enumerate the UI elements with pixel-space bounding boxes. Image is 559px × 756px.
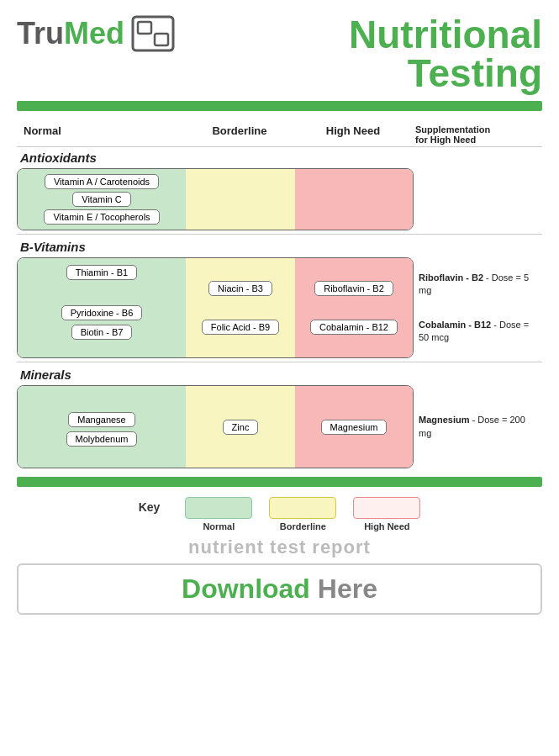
bvitamins-normal-cell: Thiamin - B1 Pyridoxine - B6 Biotin - B7 — [18, 258, 186, 357]
antioxidants-supplement-col — [414, 168, 542, 230]
footer-section: nutrient test report Download Here — [17, 537, 542, 615]
bottom-green-bar — [17, 477, 542, 487]
key-label-normal: Normal — [203, 521, 235, 531]
minerals-row: Manganese Molybdenum Zinc Magnesium Magn… — [17, 385, 542, 468]
nutrient-folicacid: Folic Acid - B9 — [202, 320, 279, 335]
bvitamins-borderline-cell: Niacin - B3 Folic Acid - B9 — [186, 258, 295, 357]
key-label-borderline: Borderline — [280, 521, 326, 531]
col-header-supplement: Supplementationfor High Need — [412, 124, 542, 145]
antioxidants-highneed-cell — [295, 169, 413, 230]
section-antioxidants: Antioxidants Vitamin A / Carotenoids Vit… — [17, 147, 542, 230]
bvitamins-box: Thiamin - B1 Pyridoxine - B6 Biotin - B7… — [17, 257, 414, 358]
download-box[interactable]: Download Here — [17, 563, 542, 615]
minerals-supplement-col: Magnesium - Dose = 200 mg — [414, 385, 542, 468]
bvitamins-label: B-Vitamins — [17, 236, 542, 256]
minerals-normal-cell: Manganese Molybdenum — [18, 386, 186, 468]
col-header-borderline: Borderline — [185, 124, 294, 145]
key-item-borderline: Borderline — [269, 497, 336, 531]
title-text: Nutritional Testing — [349, 15, 542, 93]
nutrient-biotin: Biotin - B7 — [71, 325, 133, 340]
nutrient-molybdenum: Molybdenum — [66, 431, 138, 447]
antioxidants-row: Vitamin A / Carotenoids Vitamin C Vitami… — [17, 168, 542, 230]
nutrient-vita-e: Vitamin E / Tocopherols — [44, 209, 159, 225]
key-item-highneed: High Need — [353, 497, 420, 531]
key-item-normal: Normal — [185, 497, 252, 531]
column-headers: Normal Borderline High Need Supplementat… — [17, 119, 542, 147]
minerals-box: Manganese Molybdenum Zinc Magnesium — [17, 385, 414, 468]
chart-container: Normal Borderline High Need Supplementat… — [17, 119, 542, 468]
nutrient-manganese: Manganese — [68, 412, 135, 427]
minerals-highneed-cell: Magnesium — [295, 386, 413, 468]
key-label-highneed: High Need — [364, 521, 409, 531]
divider-2 — [17, 362, 542, 362]
nutrient-cobalamin: Cobalamin - B12 — [310, 320, 398, 335]
nutrient-niacin: Niacin - B3 — [208, 281, 272, 296]
download-bold[interactable]: Download — [182, 574, 310, 604]
key-box-borderline — [269, 497, 336, 519]
bvitamins-supplement-col: Riboflavin - B2 - Dose = 5 mg Cobalamin … — [414, 257, 542, 358]
header: TruMed Nutritional Testing — [0, 0, 559, 101]
svg-rect-2 — [155, 34, 168, 45]
logo-area: TruMed — [17, 15, 175, 52]
logo-icon — [131, 15, 175, 52]
key-section: Key Normal Borderline High Need — [17, 497, 542, 531]
nutrient-magnesium: Magnesium — [321, 420, 388, 435]
supp-riboflavin: Riboflavin - B2 - Dose = 5 mg — [419, 272, 537, 298]
bvitamins-row: Thiamin - B1 Pyridoxine - B6 Biotin - B7… — [17, 257, 542, 358]
section-minerals: Minerals Manganese Molybdenum Zinc Magne… — [17, 364, 542, 468]
divider-1 — [17, 234, 542, 235]
minerals-label: Minerals — [17, 364, 542, 383]
col-header-normal: Normal — [17, 124, 185, 145]
top-green-bar — [17, 101, 542, 111]
download-rest[interactable]: Here — [310, 574, 377, 604]
subtitle-text: nutrient test report — [17, 537, 542, 558]
antioxidants-borderline-cell — [186, 169, 295, 230]
key-word: Key — [139, 500, 161, 514]
antioxidants-normal-cell: Vitamin A / Carotenoids Vitamin C Vitami… — [18, 169, 186, 230]
supp-cobalamin: Cobalamin - B12 - Dose = 50 mcg — [419, 319, 537, 345]
logo-tru: Tru — [17, 16, 64, 50]
antioxidants-box: Vitamin A / Carotenoids Vitamin C Vitami… — [17, 168, 414, 230]
logo-text: TruMed — [17, 19, 124, 49]
nutrient-zinc: Zinc — [223, 420, 259, 435]
supp-magnesium: Magnesium - Dose = 200 mg — [419, 414, 537, 440]
section-bvitamins: B-Vitamins Thiamin - B1 Pyridoxine - B6 … — [17, 236, 542, 358]
svg-rect-1 — [138, 22, 151, 34]
minerals-borderline-cell: Zinc — [186, 386, 295, 468]
bvitamins-highneed-cell: Riboflavin - B2 Cobalamin - B12 — [295, 258, 413, 357]
logo-med: Med — [64, 16, 124, 50]
key-box-highneed — [353, 497, 420, 519]
key-row: Key Normal Borderline High Need — [17, 497, 542, 531]
antioxidants-label: Antioxidants — [17, 147, 542, 167]
nutrient-vita-c: Vitamin C — [72, 192, 130, 207]
col-header-highneed: High Need — [294, 124, 412, 145]
nutrient-vita-a: Vitamin A / Carotenoids — [45, 174, 159, 189]
nutrient-riboflavin: Riboflavin - B2 — [314, 281, 393, 296]
nutrient-thiamin: Thiamin - B1 — [66, 265, 137, 280]
key-box-normal — [185, 497, 252, 519]
nutrient-pyridoxine: Pyridoxine - B6 — [61, 305, 143, 320]
